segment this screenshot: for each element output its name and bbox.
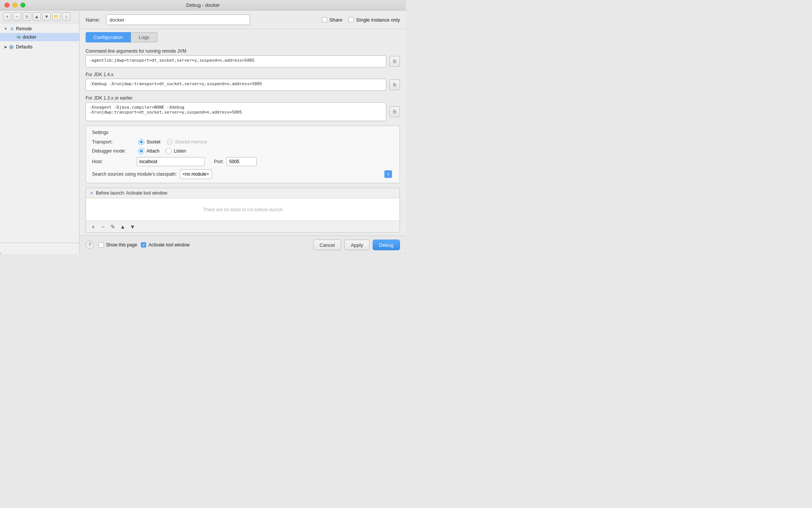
traffic-lights (5, 3, 25, 8)
transport-socket-radio[interactable] (138, 139, 144, 145)
sidebar-toolbar: + − ⎘ ▲ ▼ 📁 ↕ (0, 11, 79, 23)
sidebar-item-docker[interactable]: ▶ 🐳 docker (0, 33, 79, 41)
before-launch-add-button[interactable]: + (89, 223, 97, 231)
jdk14-input[interactable] (86, 79, 386, 91)
footer: ? Show this page Activate tool window Ca… (80, 235, 406, 254)
transport-socket-option[interactable]: Socket (138, 139, 161, 145)
name-input[interactable] (106, 14, 250, 25)
cmd-args-row: ⎘ (86, 55, 400, 67)
sidebar-copy-button[interactable]: ⎘ (23, 12, 31, 21)
before-launch-edit-button[interactable]: ✎ (109, 223, 117, 231)
activate-window-checkbox[interactable] (141, 242, 146, 248)
jdk13-input[interactable] (86, 102, 386, 121)
sidebar-item-label-docker: docker (23, 34, 36, 40)
help-button[interactable]: ? (86, 241, 94, 249)
debugger-attach-radio[interactable] (138, 148, 144, 154)
transport-shared-label: Shared memory (175, 139, 207, 145)
host-input[interactable] (137, 157, 205, 166)
minimize-button[interactable] (12, 3, 17, 8)
tab-configuration[interactable]: Configuration (86, 32, 131, 42)
share-checkbox[interactable] (322, 17, 327, 22)
sidebar-item-label-defaults: Defaults (16, 44, 33, 50)
sidebar-item-remote[interactable]: ▼ 🖥 Remote (0, 25, 79, 33)
settings-title: Settings (92, 130, 394, 135)
sidebar-up-button[interactable]: ▲ (33, 12, 41, 21)
before-launch-arrow: ▼ (90, 191, 94, 195)
before-launch-up-button[interactable]: ▲ (119, 223, 127, 231)
jdk13-row: ⎘ (86, 102, 400, 121)
before-launch-content: There are no tasks to run before launch (86, 198, 400, 221)
share-group: Share (322, 17, 343, 23)
tree-arrow-remote: ▼ (3, 26, 8, 31)
maximize-button[interactable] (20, 3, 25, 8)
debugger-attach-option[interactable]: Attach (138, 148, 159, 154)
sidebar-folder-button[interactable]: 📁 (52, 12, 61, 21)
single-instance-checkbox[interactable] (348, 17, 354, 22)
jdk13-copy-button[interactable]: ⎘ (389, 106, 400, 117)
transport-shared-option[interactable]: Shared memory (167, 139, 207, 145)
settings-section: Settings Transport: Socket Sha (86, 126, 400, 183)
sidebar-down-button[interactable]: ▼ (42, 12, 51, 21)
tree-arrow-defaults: ▶ (3, 44, 8, 50)
show-page-checkbox[interactable] (98, 242, 104, 248)
debug-button[interactable]: Debug (373, 240, 400, 250)
close-button[interactable] (5, 3, 9, 8)
cmd-args-label: Command line arguments for running remot… (86, 48, 400, 54)
config-body: Command line arguments for running remot… (80, 42, 406, 235)
before-launch-remove-button[interactable]: − (99, 223, 107, 231)
classpath-label: Search sources using module's classpath: (92, 171, 177, 177)
transport-row: Transport: Socket Shared memory (92, 139, 394, 145)
titlebar: Debug - docker (0, 0, 406, 11)
right-panel: Name: Share Single instance only Configu… (80, 11, 406, 254)
debugger-listen-option[interactable]: Listen (166, 148, 186, 154)
cmd-args-copy-button[interactable]: ⎘ (389, 56, 400, 67)
debugger-attach-label: Attach (147, 148, 159, 154)
before-launch-header[interactable]: ▼ Before launch: Activate tool window (86, 188, 400, 198)
jdk14-copy-button[interactable]: ⎘ (389, 79, 400, 90)
before-launch-empty-text: There are no tasks to run before launch (203, 207, 283, 212)
classpath-select[interactable]: <no module> (180, 169, 212, 179)
apply-button[interactable]: Apply (344, 240, 370, 250)
config-header: Name: Share Single instance only (80, 11, 406, 29)
transport-socket-label: Socket (147, 139, 161, 145)
jdk13-label: For JDK 1.3.x or earlier (86, 95, 400, 101)
transport-radio-group: Socket Shared memory (138, 139, 207, 145)
before-launch-down-button[interactable]: ▼ (128, 223, 137, 231)
sidebar-add-button[interactable]: + (3, 12, 11, 21)
defaults-icon: ⚙️ (8, 44, 14, 50)
window-title: Debug - docker (186, 2, 220, 8)
jdk13-group: For JDK 1.3.x or earlier ⎘ (86, 95, 400, 121)
classpath-select-arrow: ⇕ (384, 170, 392, 178)
transport-shared-radio[interactable] (167, 139, 173, 145)
sidebar-item-defaults[interactable]: ▶ ⚙️ Defaults (0, 43, 79, 51)
debugger-mode-label: Debugger mode: (92, 148, 134, 154)
footer-left: Show this page Activate tool window (98, 242, 309, 248)
remote-icon: 🖥 (8, 26, 14, 32)
before-launch-toolbar: + − ✎ ▲ ▼ (86, 221, 400, 232)
single-instance-group: Single instance only (348, 17, 400, 23)
port-input[interactable] (226, 157, 257, 166)
debugger-mode-row: Debugger mode: Attach Listen (92, 148, 394, 154)
debugger-mode-radio-group: Attach Listen (138, 148, 186, 154)
sidebar-remove-button[interactable]: − (13, 12, 21, 21)
sidebar-item-label-remote: Remote (16, 26, 32, 31)
jdk14-group: For JDK 1.4.x ⎘ (86, 72, 400, 91)
tree-arrow-docker: ▶ (10, 34, 15, 40)
activate-group: Activate tool window (141, 242, 190, 248)
cmd-args-input[interactable] (86, 55, 386, 67)
show-page-group: Show this page (98, 242, 137, 248)
footer-buttons: Cancel Apply Debug (313, 240, 400, 250)
cmd-args-group: Command line arguments for running remot… (86, 48, 400, 67)
debugger-listen-label: Listen (174, 148, 186, 154)
cancel-button[interactable]: Cancel (313, 240, 341, 250)
debugger-listen-radio[interactable] (166, 148, 172, 154)
sidebar-sort-button[interactable]: ↕ (62, 12, 70, 21)
classpath-select-wrapper: <no module> ⇕ (180, 169, 394, 179)
main-window: Debug - docker + − ⎘ ▲ ▼ 📁 ↕ ▼ (0, 0, 406, 254)
docker-icon: 🐳 (15, 34, 21, 40)
before-launch-title: Before launch: Activate tool window (96, 190, 167, 196)
tab-logs[interactable]: Logs (131, 32, 157, 42)
sidebar-tree: ▼ 🖥 Remote ▶ 🐳 docker ▶ ⚙️ Defaults (0, 23, 79, 243)
transport-label: Transport: (92, 139, 134, 145)
classpath-row: Search sources using module's classpath:… (92, 169, 394, 179)
